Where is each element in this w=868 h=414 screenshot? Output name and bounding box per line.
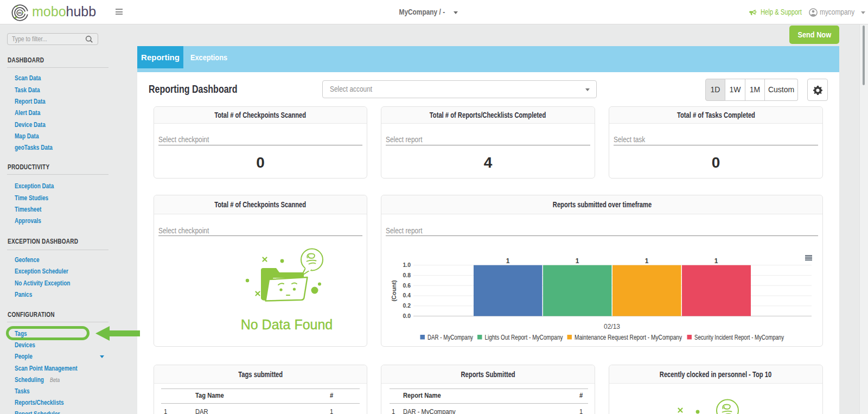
svg-text:0.8: 0.8 [403,272,411,278]
svg-text:1: 1 [714,257,718,265]
svg-text:1.0: 1.0 [403,262,411,268]
svg-text:(Count): (Count) [391,280,397,301]
svg-text:1: 1 [576,257,579,265]
svg-text:0.0: 0.0 [403,313,411,319]
svg-text:DAR - MyCompany: DAR - MyCompany [427,334,474,341]
svg-text:1: 1 [506,257,510,265]
svg-text:02/13: 02/13 [604,323,620,330]
svg-text:Maintenance Request Report - M: Maintenance Request Report - MyCompany [575,334,682,341]
svg-text:1: 1 [645,257,649,265]
svg-text:Security Incident Report - MyC: Security Incident Report - MyCompany [694,334,784,341]
svg-text:0.4: 0.4 [403,292,411,298]
svg-text:0.2: 0.2 [403,302,411,309]
svg-text:0.6: 0.6 [403,282,411,289]
svg-text:Lights Out Report - MyCompany: Lights Out Report - MyCompany [485,334,564,341]
